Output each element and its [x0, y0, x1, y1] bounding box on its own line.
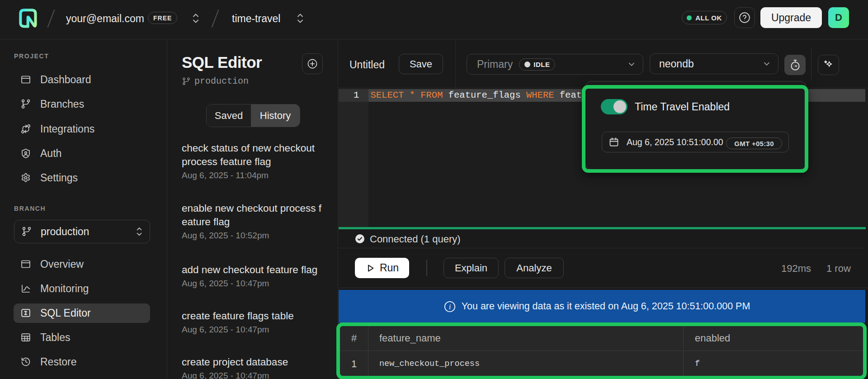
svg-text:i: i: [448, 303, 451, 311]
